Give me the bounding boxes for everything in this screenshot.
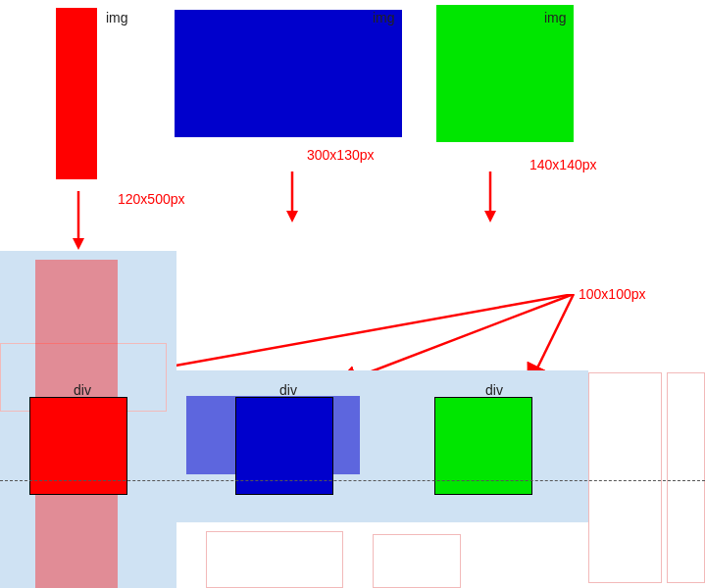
arrow-down-icon xyxy=(480,172,500,222)
arrow-down-icon xyxy=(282,172,302,222)
source-image-green xyxy=(436,5,574,142)
label-dim-blue: 300x130px xyxy=(307,147,375,163)
label-dim-target: 100x100px xyxy=(579,286,646,302)
svg-marker-3 xyxy=(286,211,298,222)
arrow-down-icon xyxy=(69,191,88,250)
label-dim-red: 120x500px xyxy=(118,191,185,207)
label-div-red: div xyxy=(74,382,91,398)
label-img-red: img xyxy=(106,10,128,25)
svg-marker-1 xyxy=(73,238,84,250)
baseline-rule xyxy=(0,480,705,481)
label-img-blue: img xyxy=(373,10,395,25)
guide-box xyxy=(667,372,705,583)
label-img-green: img xyxy=(544,10,567,25)
guide-box xyxy=(206,531,343,588)
source-image-blue xyxy=(175,10,402,137)
source-image-red xyxy=(56,8,97,179)
label-div-green: div xyxy=(485,382,503,398)
label-dim-green: 140x140px xyxy=(529,157,597,172)
svg-marker-5 xyxy=(484,211,496,222)
guide-box xyxy=(373,534,461,588)
label-div-blue: div xyxy=(279,382,297,398)
guide-box xyxy=(588,372,662,583)
svg-line-7 xyxy=(137,294,574,372)
